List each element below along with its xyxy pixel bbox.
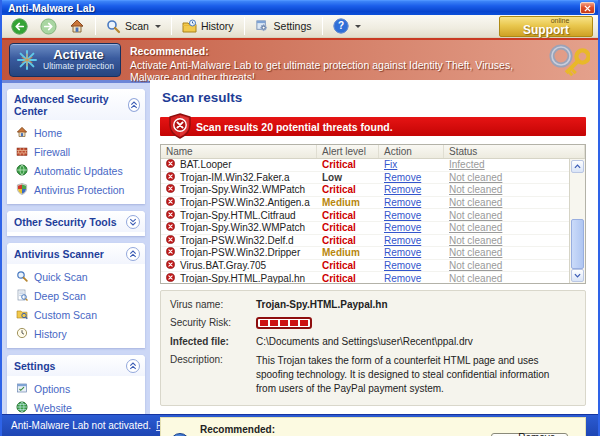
table-row[interactable]: Trojan-Spy.Win32.WMPatchCriticalRemoveNo… — [161, 184, 569, 197]
action-link[interactable]: Remove — [379, 197, 421, 208]
risk-segment — [260, 320, 268, 326]
action-link[interactable]: Remove — [379, 222, 421, 233]
options-icon — [16, 382, 28, 396]
sidebar-section-antivirus-scanner: Antivirus ScannerQuick ScanDeep ScanCust… — [7, 243, 145, 348]
history-button[interactable]: History — [177, 16, 239, 36]
sidebar-item-label: Automatic Updates — [34, 165, 123, 177]
status-link[interactable]: Not cleaned — [444, 260, 502, 271]
virus-details-panel: Virus name: Trojan-Spy.HTML.Paypal.hn Se… — [160, 290, 586, 406]
scan-button[interactable]: Scan — [101, 16, 166, 36]
action-link[interactable]: Remove — [379, 273, 421, 283]
table-row[interactable]: Trojan-IM.Win32.Faker.aLowRemoveNot clea… — [161, 172, 569, 185]
close-button[interactable] — [580, 2, 595, 14]
sidebar-section-header[interactable]: Other Security Tools — [7, 211, 145, 232]
threat-name-cell: Trojan-PSW.Win32.Dripper — [161, 247, 317, 258]
sidebar-item-quick-scan[interactable]: Quick Scan — [16, 267, 145, 286]
alert-level-cell: Low — [317, 172, 379, 183]
table-scrollbar[interactable] — [569, 159, 585, 283]
alert-level-cell: Critical — [317, 273, 379, 283]
activate-sublabel: Ultimate protection — [43, 62, 114, 71]
action-link[interactable]: Remove — [379, 210, 421, 221]
chevron-double-up-icon[interactable] — [126, 359, 140, 373]
help-button[interactable]: ? — [328, 16, 366, 36]
scroll-down-button[interactable] — [571, 269, 584, 282]
table-row[interactable]: Trojan-PSW.Win32.Antigen.aMediumRemoveNo… — [161, 197, 569, 210]
status-link[interactable]: Not cleaned — [444, 235, 502, 246]
action-link[interactable]: Fix — [379, 159, 397, 170]
action-link[interactable]: Remove — [379, 184, 421, 195]
table-row[interactable]: BAT.LooperCriticalFixInfected — [161, 159, 569, 172]
action-link[interactable]: Remove — [379, 247, 421, 258]
status-link[interactable]: Not cleaned — [444, 197, 502, 208]
activation-banner: Activate Ultimate protection Recommended… — [2, 38, 598, 80]
sidebar-section-header[interactable]: Advanced Security Center — [7, 89, 145, 120]
activate-button-text: Activate Ultimate protection — [43, 48, 114, 72]
table-row[interactable]: Trojan-PSW.Win32.DripperMediumRemoveNot … — [161, 247, 569, 260]
status-link[interactable]: Not cleaned — [444, 184, 502, 195]
settings-button[interactable]: Settings — [250, 16, 317, 36]
threat-name-cell: BAT.Looper — [161, 159, 317, 170]
help-icon: ? — [333, 18, 349, 34]
table-row[interactable]: Trojan-Spy.HTML.CitfraudCriticalRemoveNo… — [161, 209, 569, 222]
sidebar-item-antivirus-protection[interactable]: Antivirus Protection — [16, 180, 145, 199]
online-support-button[interactable]: online Support — [499, 16, 593, 37]
virus-icon — [166, 260, 175, 271]
sidebar-item-deep-scan[interactable]: Deep Scan — [16, 286, 145, 305]
sidebar-item-label: Quick Scan — [34, 271, 88, 283]
sidebar-item-automatic-updates[interactable]: Automatic Updates — [16, 161, 145, 180]
settings-label: Settings — [274, 20, 312, 32]
table-rows: BAT.LooperCriticalFixInfectedTrojan-IM.W… — [161, 159, 569, 283]
status-link[interactable]: Not cleaned — [444, 172, 502, 183]
alert-shield-icon — [167, 113, 193, 140]
help-dropdown-caret — [355, 25, 361, 28]
chevron-double-up-icon[interactable] — [128, 98, 140, 112]
sidebar-section-header[interactable]: Antivirus Scanner — [7, 243, 145, 264]
sidebar-item-options[interactable]: Options — [16, 379, 145, 398]
back-button[interactable] — [6, 16, 33, 36]
activate-label: Activate — [53, 48, 104, 62]
gear-icon — [255, 19, 270, 34]
threat-name-cell: Virus.BAT.Gray.705 — [161, 260, 317, 271]
sidebar-item-history[interactable]: History — [16, 324, 145, 343]
scan-results-table: Name Alert level Action Status BAT.Loope… — [160, 144, 586, 284]
scan-label: Scan — [125, 20, 149, 32]
sidebar-section-header[interactable]: Settings — [7, 355, 145, 376]
sidebar-item-label: Deep Scan — [34, 290, 86, 302]
action-link[interactable]: Remove — [379, 260, 421, 271]
chevron-double-up-icon[interactable] — [126, 247, 140, 261]
app-window: Anti-Malware Lab — [0, 0, 600, 436]
table-row[interactable]: Trojan-Spy.HTML.Paypal.hnCriticalRemoveN… — [161, 272, 569, 283]
threat-name-cell: Trojan-PSW.Win32.Antigen.a — [161, 197, 317, 208]
sidebar-item-website[interactable]: Website — [16, 398, 145, 414]
threat-name: BAT.Looper — [180, 159, 232, 170]
activate-button[interactable]: Activate Ultimate protection — [9, 43, 121, 77]
sidebar-item-firewall[interactable]: Firewall — [16, 142, 145, 161]
status-link[interactable]: Not cleaned — [444, 222, 502, 233]
sidebar-section-title: Other Security Tools — [14, 216, 117, 228]
status-link[interactable]: Infected — [444, 159, 485, 170]
status-link[interactable]: Not cleaned — [444, 247, 502, 258]
table-row[interactable]: Virus.BAT.Gray.705CriticalRemoveNot clea… — [161, 260, 569, 273]
table-row[interactable]: Trojan-Spy.Win32.WMPatchCriticalRemoveNo… — [161, 222, 569, 235]
banner-text: Recommended: Activate Anti-Malware Lab t… — [130, 45, 538, 83]
status-link[interactable]: Not cleaned — [444, 273, 502, 283]
forward-button[interactable] — [35, 16, 62, 36]
sidebar-item-custom-scan[interactable]: Custom Scan — [16, 305, 145, 324]
status-link[interactable]: Not cleaned — [444, 210, 502, 221]
sidebar-section-other-security-tools: Other Security Tools — [7, 211, 145, 236]
scroll-up-button[interactable] — [571, 160, 584, 173]
threat-name: Virus.BAT.Gray.705 — [180, 260, 266, 271]
scroll-thumb[interactable] — [571, 219, 584, 269]
sidebar-section-items: OptionsWebsite — [7, 376, 145, 414]
table-row[interactable]: Trojan-PSW.Win32.Delf.dCriticalRemoveNot… — [161, 235, 569, 248]
action-link[interactable]: Remove — [379, 235, 421, 246]
action-link[interactable]: Remove — [379, 172, 421, 183]
recommended-title: Recommended: — [200, 424, 275, 435]
threat-name-cell: Trojan-PSW.Win32.Delf.d — [161, 235, 317, 246]
threat-name: Trojan-IM.Win32.Faker.a — [180, 172, 290, 183]
sidebar-item-home[interactable]: Home — [16, 123, 145, 142]
chevron-double-down-icon[interactable] — [126, 215, 140, 229]
firewall-icon — [16, 145, 28, 159]
home-button[interactable] — [64, 16, 90, 36]
risk-segment — [290, 320, 298, 326]
